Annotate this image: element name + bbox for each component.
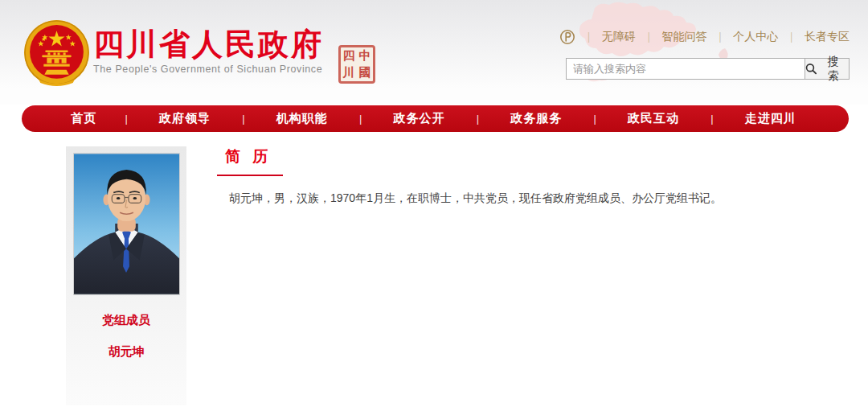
top-link-separator: ｜ [786, 30, 796, 44]
site-title-block: 四川省人民政府 The People's Government of Sichu… [93, 27, 324, 75]
seal-char-top-right: 中 [359, 48, 371, 64]
national-emblem-icon [23, 19, 91, 88]
accessibility-p-icon[interactable] [559, 29, 575, 45]
seal-char-top-left: 四 [343, 48, 355, 64]
sichuan-seal-stamp: 四 中 川 國 [338, 45, 375, 84]
nav-item-public-interaction[interactable]: 政民互动 [596, 111, 710, 126]
nav-item-into-sichuan[interactable]: 走进四川 [714, 111, 828, 126]
profile-panel: 党组成员 胡元坤 [66, 146, 186, 405]
resume-title-underline [217, 175, 283, 176]
site-title: 四川省人民政府 [93, 27, 324, 62]
top-utility-links: ｜ 无障碍 ｜ 智能问答 ｜ 个人中心 ｜ 长者专区 [559, 29, 850, 45]
resume-section: 简 历 胡元坤，男，汉族，1970年1月生，在职博士，中共党员，现任省政府党组成… [217, 146, 852, 207]
site-header: 四川省人民政府 The People's Government of Sichu… [0, 0, 868, 105]
search-input[interactable] [566, 58, 805, 80]
profile-name: 胡元坤 [66, 344, 186, 360]
top-link-separator: ｜ [715, 30, 726, 44]
seal-char-bottom-left: 川 [343, 65, 355, 80]
resume-section-title: 简 历 [217, 146, 852, 167]
top-link-personal-center[interactable]: 个人中心 [733, 30, 778, 44]
top-link-senior-zone[interactable]: 长者专区 [805, 30, 850, 44]
official-portrait-photo [73, 153, 180, 295]
nav-item-government-leaders[interactable]: 政府领导 [128, 111, 242, 126]
nav-item-institutional-functions[interactable]: 机构职能 [245, 111, 359, 126]
main-nav: 首页 | 政府领导 | 机构职能 | 政务公开 | 政务服务 | 政民互动 | … [22, 105, 849, 132]
seal-char-bottom-right: 國 [359, 65, 371, 80]
search-button-label: 搜 索 [819, 55, 849, 84]
top-link-smart-qa[interactable]: 智能问答 [662, 30, 707, 44]
top-link-accessibility[interactable]: 无障碍 [602, 30, 636, 44]
page: 四川省人民政府 The People's Government of Sichu… [0, 0, 868, 411]
nav-item-home[interactable]: 首页 [43, 111, 125, 126]
resume-bio-text: 胡元坤，男，汉族，1970年1月生，在职博士，中共党员，现任省政府党组成员、办公… [217, 189, 852, 207]
search-button[interactable]: 搜 索 [805, 58, 850, 80]
top-link-separator: ｜ [583, 30, 594, 44]
nav-item-government-affairs-disclosure[interactable]: 政务公开 [362, 111, 476, 126]
search-icon [805, 63, 817, 75]
top-link-separator: ｜ [644, 30, 654, 44]
search-bar: 搜 索 [566, 58, 850, 80]
site-subtitle: The People's Government of Sichuan Provi… [93, 64, 324, 75]
nav-item-government-services[interactable]: 政务服务 [479, 111, 593, 126]
profile-role: 党组成员 [66, 313, 186, 328]
